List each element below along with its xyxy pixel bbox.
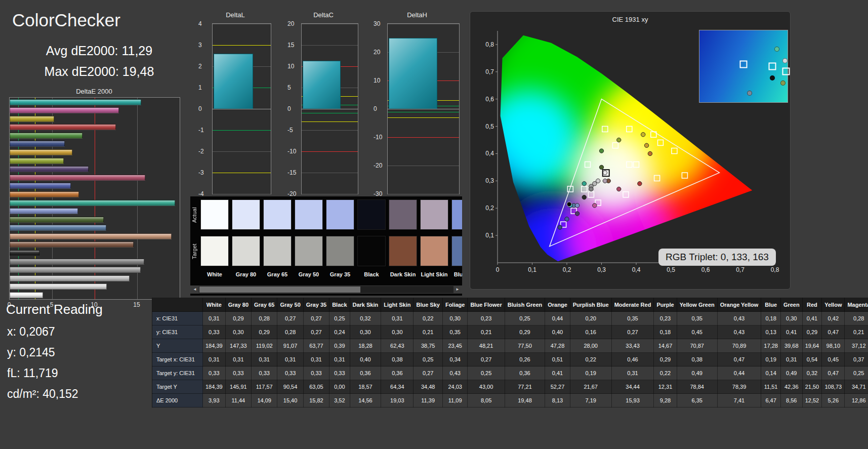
swatch-scrollbar[interactable]: ◄ ► (190, 285, 462, 294)
swatch-target-black (357, 236, 386, 266)
table-cell: 0,47 (717, 353, 761, 366)
grid-line (302, 109, 358, 109)
swatch-target-dark-skin (389, 236, 417, 266)
swatch-target-gray-80 (232, 236, 260, 266)
table-cell: 70,89 (717, 339, 761, 353)
table-cell: 0,28 (252, 312, 277, 325)
row-label: x: CIE31 (152, 312, 203, 325)
table-cell: 62,43 (381, 339, 414, 353)
inset-measured-dot (780, 80, 786, 86)
deltac-chart: DeltaC 20151050-5-10-15-20 (287, 11, 359, 205)
col-header-purple: Purple (654, 298, 677, 312)
table-row: Target y: CIE310,330,330,330,330,330,330… (152, 366, 868, 380)
grid-line (213, 109, 271, 109)
table-row: Target Y184,39145,91117,5790,5463,050,00… (152, 380, 868, 394)
table-cell: 0,21 (468, 325, 505, 339)
table-cell: 0,22 (570, 353, 611, 366)
grid-line (388, 24, 459, 24)
current-reading-title: Current Reading (6, 302, 103, 317)
scrollbar-thumb[interactable] (199, 287, 360, 293)
y-tick-label: 30 (374, 20, 385, 27)
colorchecker-app: ColorChecker Avg dE2000: 11,29 Max dE200… (0, 0, 868, 449)
bar-moderate-red (10, 175, 145, 181)
col-header-yellow: Yellow (822, 298, 845, 312)
table-cell: 12,31 (654, 380, 677, 394)
table-cell: 184,39 (203, 380, 226, 394)
table-cell: 0,44 (717, 366, 761, 380)
y-tick-label: -5 (287, 127, 299, 134)
table-cell: 12,86 (845, 394, 868, 407)
table-cell: 0,41 (780, 325, 802, 339)
measurement-table: WhiteGray 80Gray 65Gray 50Gray 35BlackDa… (152, 298, 868, 407)
table-cell: 0,31 (303, 353, 329, 366)
swatch-target-gray-65 (263, 236, 292, 266)
table-cell: 98,10 (822, 339, 845, 353)
delta-bar (214, 54, 253, 109)
table-cell: 6,35 (677, 394, 717, 407)
x-tick-label: 0,7 (736, 266, 745, 273)
y-tick-label: 1 (198, 84, 210, 91)
y-tick-label: -20 (374, 162, 385, 169)
col-header-yellow-green: Yellow Green (677, 298, 717, 312)
table-cell: 0,33 (252, 366, 277, 380)
table-cell: 0,41 (802, 312, 822, 325)
y-tick-label: 0,1 (485, 232, 494, 239)
bar-blue-sky (10, 225, 106, 231)
table-cell: 0,00 (329, 380, 350, 394)
measured-yellow (641, 133, 645, 137)
bar-black (10, 250, 39, 256)
y-tick-label: 20 (287, 20, 299, 27)
swatch-actual-black (357, 199, 386, 230)
grid-line (302, 130, 358, 131)
table-row: ΔE 20003,9311,4414,0915,4015,823,5214,56… (152, 394, 868, 407)
swatch-actual-dark-skin (389, 199, 417, 230)
measured-yellow-green (617, 138, 621, 142)
y-tick-label: 0,2 (485, 205, 494, 212)
col-header-bluish-green: Bluish Green (505, 298, 545, 312)
col-header-gray-50: Gray 50 (277, 298, 303, 312)
col-header-gray-80: Gray 80 (225, 298, 251, 312)
table-cell: 0,19 (570, 366, 611, 380)
table-cell: 0,29 (225, 312, 251, 325)
scroll-left-icon[interactable]: ◄ (191, 286, 199, 293)
table-cell: 77,50 (505, 339, 545, 353)
y-tick-label: 0,5 (485, 123, 494, 130)
table-cell: 70,87 (677, 339, 717, 353)
scroll-right-icon[interactable]: ► (453, 286, 462, 293)
measured-magenta (593, 203, 597, 208)
bar-yellow-green (10, 158, 64, 164)
table-cell: 3,52 (329, 394, 350, 407)
cie-title: CIE 1931 xy (470, 16, 790, 23)
table-cell: 52,27 (545, 380, 570, 394)
x-tick-label: 0,3 (597, 266, 606, 273)
patch-measurement-table: WhiteGray 80Gray 65Gray 50Gray 35BlackDa… (152, 298, 868, 407)
table-cell: 147,33 (225, 339, 251, 353)
table-cell: 0,33 (203, 325, 226, 339)
row-label: Target Y (152, 380, 203, 394)
table-cell: 0,16 (570, 325, 611, 339)
col-header-moderate-red: Moderate Red (611, 298, 654, 312)
deltal-chart: DeltaL 43210-1-2-3-4 (198, 11, 272, 205)
bar-gray-35 (10, 259, 144, 265)
grid-line (213, 24, 271, 24)
grid-line (213, 151, 271, 152)
table-cell: 0,18 (761, 312, 781, 325)
table-cell: 24,03 (442, 380, 468, 394)
reading-line-2: fL: 11,719 (7, 366, 58, 380)
table-cell: 0,23 (654, 312, 677, 325)
table-cell: 0,38 (677, 353, 717, 366)
table-cell: 0,20 (570, 312, 611, 325)
table-cell: 15,82 (303, 394, 329, 407)
y-tick-label: 0,7 (485, 68, 494, 75)
y-axis: 20151050-5-10-15-20 (287, 11, 300, 205)
table-cell: 3,93 (203, 394, 226, 407)
grid-line (213, 194, 271, 194)
swatch-label: Gray 50 (295, 271, 323, 277)
table-cell: 38,75 (414, 339, 442, 353)
chart-title: DeltaH (374, 11, 461, 19)
table-cell: 0,33 (329, 366, 350, 380)
y-tick-label: -10 (374, 134, 385, 141)
col-header-red: Red (802, 298, 822, 312)
table-cell: 0,31 (203, 353, 226, 366)
plot-area (301, 23, 358, 194)
